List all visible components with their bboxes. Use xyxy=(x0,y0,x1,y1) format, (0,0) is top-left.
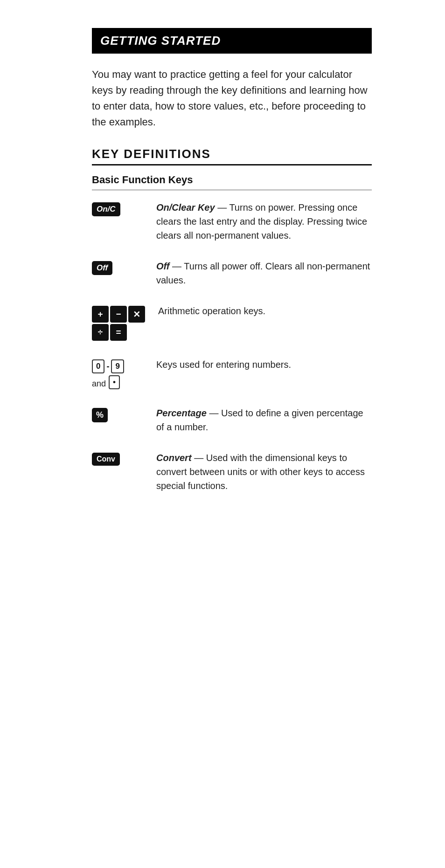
num-line2: and • xyxy=(92,375,124,389)
conv-key-name: Convert xyxy=(156,453,192,463)
key-row-conv: Conv Convert — Used with the dimensional… xyxy=(92,451,372,493)
arith-divide: ÷ xyxy=(92,324,109,341)
percent-key-badge: % xyxy=(92,408,108,422)
arith-desc: Arithmetic operation keys. xyxy=(158,306,265,316)
onc-dash: — xyxy=(217,202,229,213)
onc-key-name: On/Clear Key xyxy=(156,202,215,213)
getting-started-header: GETTING STARTED xyxy=(92,28,372,54)
page: GETTING STARTED You may want to practice… xyxy=(55,0,390,868)
section-subtitle: Basic Function Keys xyxy=(92,174,372,186)
key-icon-col-nums: 0 - 9 and • xyxy=(92,358,143,389)
arith-empty xyxy=(128,324,145,341)
key-icon-col-off: Off xyxy=(92,259,143,275)
off-key-name: Off xyxy=(156,261,170,271)
arith-times: ✕ xyxy=(128,306,145,323)
thick-divider xyxy=(92,164,372,165)
percent-key-name: Percentage xyxy=(156,408,207,418)
conv-key-badge: Conv xyxy=(92,453,120,466)
key-desc-nums: Keys used for entering numbers. xyxy=(156,358,372,372)
num-key-0: 0 xyxy=(92,359,104,373)
key-icon-col-arith: + − ✕ ÷ = xyxy=(92,304,145,341)
key-desc-arith: Arithmetic operation keys. xyxy=(158,304,372,318)
getting-started-title: GETTING STARTED xyxy=(100,34,363,48)
key-row-nums: 0 - 9 and • Keys used for entering numbe… xyxy=(92,358,372,389)
key-row-off: Off Off — Turns all power off. Clears al… xyxy=(92,259,372,287)
off-key-badge: Off xyxy=(92,261,112,275)
arith-minus: − xyxy=(110,306,127,323)
num-and-row: 0 - 9 and • xyxy=(92,359,124,389)
key-icon-col-conv: Conv xyxy=(92,451,143,466)
arith-keys-grid: + − ✕ ÷ = xyxy=(92,306,145,341)
key-icon-col-onc: On/C xyxy=(92,200,143,216)
thin-divider xyxy=(92,190,372,190)
off-dash: — xyxy=(172,261,184,271)
and-text: and xyxy=(92,379,106,389)
key-desc-conv: Convert — Used with the dimensional keys… xyxy=(156,451,372,493)
key-row-onc: On/C On/Clear Key — Turns on power. Pres… xyxy=(92,200,372,242)
num-line1: 0 - 9 xyxy=(92,359,124,373)
key-desc-onc: On/Clear Key — Turns on power. Pressing … xyxy=(156,200,372,242)
arith-equals: = xyxy=(110,324,127,341)
onc-key-badge: On/C xyxy=(92,202,120,216)
key-desc-percent: Percentage — Used to define a given perc… xyxy=(156,406,372,434)
key-icon-col-percent: % xyxy=(92,406,143,422)
key-definitions-title: KEY DEFINITIONS xyxy=(92,147,372,161)
num-key-dot: • xyxy=(109,375,120,389)
key-row-percent: % Percentage — Used to define a given pe… xyxy=(92,406,372,434)
off-desc: Turns all power off. Clears all non-perm… xyxy=(156,261,370,285)
nums-desc: Keys used for entering numbers. xyxy=(156,359,291,370)
num-key-9: 9 xyxy=(111,359,124,373)
key-row-arith: + − ✕ ÷ = Arithmetic operation keys. xyxy=(92,304,372,341)
conv-dash: — xyxy=(194,453,206,463)
arith-plus: + xyxy=(92,306,109,323)
key-desc-off: Off — Turns all power off. Clears all no… xyxy=(156,259,372,287)
num-key-dash: - xyxy=(106,362,109,372)
percent-dash: — xyxy=(209,408,221,418)
intro-text: You may want to practice getting a feel … xyxy=(92,67,372,130)
